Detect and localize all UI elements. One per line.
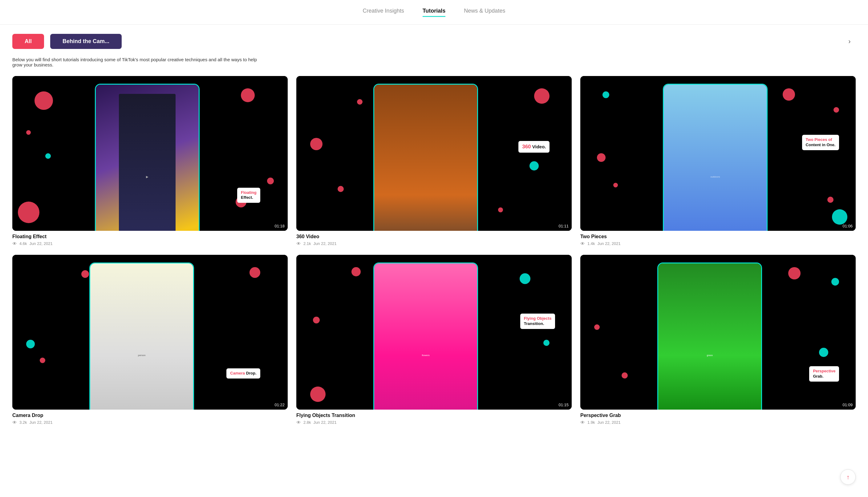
video-card-4[interactable]: person Camera Drop. 01:22 Camera Drop 👁 … <box>12 255 288 425</box>
views-1: 4.6k <box>19 241 27 246</box>
eye-icon-2: 👁 <box>296 241 301 246</box>
video-thumb-4: person Camera Drop. 01:22 <box>12 255 288 410</box>
views-4: 3.2k <box>19 420 27 425</box>
card-meta-5: 👁 2.8k Jun 22, 2021 <box>296 420 572 425</box>
duration-5: 01:15 <box>559 402 569 407</box>
video-card-1[interactable]: ▶ FloatingEffect. 01:18 Floating Effect … <box>12 76 288 246</box>
video-thumb-5: flowers Flying ObjectsTransition. 01:15 <box>296 255 572 410</box>
duration-2: 01:11 <box>559 224 569 228</box>
card-meta-2: 👁 2.1k Jun 22, 2021 <box>296 241 572 246</box>
views-2: 2.1k <box>303 241 311 246</box>
views-6: 1.9k <box>588 420 595 425</box>
video-card-3[interactable]: outdoors Two Pieces ofContent in One. 01… <box>580 76 856 246</box>
filter-next-arrow[interactable]: › <box>843 36 856 48</box>
views-3: 1.4k <box>588 241 595 246</box>
date-6: Jun 22, 2021 <box>597 420 621 425</box>
filter-behind-button[interactable]: Behind the Cam... <box>50 34 122 49</box>
eye-icon-6: 👁 <box>580 420 585 425</box>
tab-tutorials[interactable]: Tutorials <box>423 8 446 17</box>
date-4: Jun 22, 2021 <box>30 420 53 425</box>
date-3: Jun 22, 2021 <box>597 241 621 246</box>
duration-4: 01:22 <box>274 402 285 407</box>
card-meta-3: 👁 1.4k Jun 22, 2021 <box>580 241 856 246</box>
card-meta-6: 👁 1.9k Jun 22, 2021 <box>580 420 856 425</box>
eye-icon-4: 👁 <box>12 420 17 425</box>
video-thumb-3: outdoors Two Pieces ofContent in One. 01… <box>580 76 856 231</box>
tab-news-updates[interactable]: News & Updates <box>464 8 505 17</box>
eye-icon-5: 👁 <box>296 420 301 425</box>
video-thumb-6: grass PerspectiveGrab. 01:09 <box>580 255 856 410</box>
card-meta-1: 👁 4.6k Jun 22, 2021 <box>12 241 288 246</box>
tab-creative-insights[interactable]: Creative Insights <box>363 8 404 17</box>
card-title-3: Two Pieces <box>580 234 856 239</box>
card-title-4: Camera Drop <box>12 413 288 418</box>
description-text: Below you will find short tutorials intr… <box>0 52 277 76</box>
card-title-6: Perspective Grab <box>580 413 856 418</box>
filter-all-button[interactable]: All <box>12 34 44 49</box>
duration-1: 01:18 <box>274 224 285 228</box>
duration-6: 01:09 <box>842 402 853 407</box>
filter-row: All Behind the Cam... › <box>0 25 868 52</box>
nav-tabs: Creative Insights Tutorials News & Updat… <box>0 0 868 25</box>
card-title-2: 360 Video <box>296 234 572 239</box>
card-meta-4: 👁 3.2k Jun 22, 2021 <box>12 420 288 425</box>
video-card-2[interactable]: cooking 360 Video. 01:11 360 Video 👁 2.1… <box>296 76 572 246</box>
date-2: Jun 22, 2021 <box>314 241 337 246</box>
date-1: Jun 22, 2021 <box>30 241 53 246</box>
eye-icon-1: 👁 <box>12 241 17 246</box>
date-5: Jun 22, 2021 <box>314 420 337 425</box>
video-card-6[interactable]: grass PerspectiveGrab. 01:09 Perspective… <box>580 255 856 425</box>
video-grid: ▶ FloatingEffect. 01:18 Floating Effect … <box>0 76 868 437</box>
duration-3: 01:06 <box>842 224 853 228</box>
eye-icon-3: 👁 <box>580 241 585 246</box>
card-title-5: Flying Objects Transition <box>296 413 572 418</box>
video-card-5[interactable]: flowers Flying ObjectsTransition. 01:15 … <box>296 255 572 425</box>
views-5: 2.8k <box>303 420 311 425</box>
video-thumb-1: ▶ FloatingEffect. 01:18 <box>12 76 288 231</box>
video-thumb-2: cooking 360 Video. 01:11 <box>296 76 572 231</box>
card-title-1: Floating Effect <box>12 234 288 239</box>
